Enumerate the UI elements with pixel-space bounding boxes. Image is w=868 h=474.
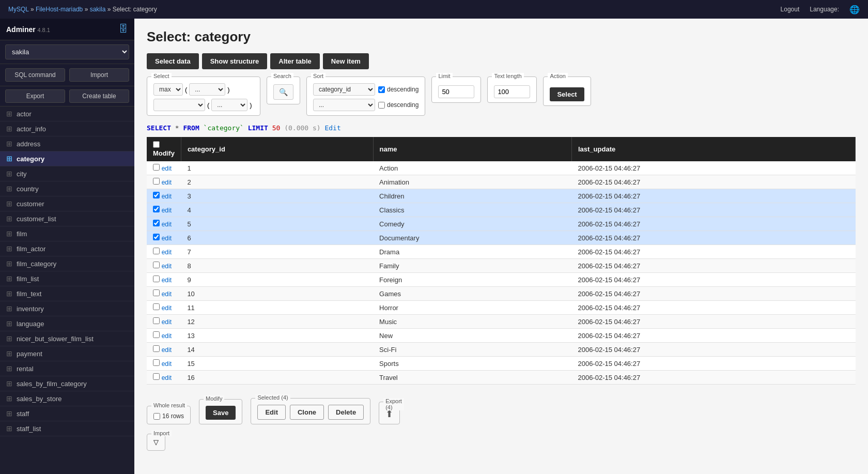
row-checkbox[interactable] — [153, 276, 160, 282]
globe-icon[interactable]: 🌐 — [849, 5, 860, 14]
sidebar-item-staff[interactable]: ⊞ staff — [0, 406, 134, 421]
search-button[interactable]: 🔍 — [273, 84, 293, 100]
sidebar-item-actor_info[interactable]: ⊞ actor_info — [0, 121, 134, 136]
sort-col2-select[interactable]: ... — [313, 99, 375, 111]
row-name-cell: Foreign — [373, 273, 571, 287]
import-section: Import ▽ — [147, 434, 165, 451]
sidebar-item-nicer_but_slower_film_list[interactable]: ⊞ nicer_but_slower_film_list — [0, 331, 134, 346]
breadcrumb-host[interactable]: FileHost-mariadb — [36, 6, 83, 13]
sidebar-item-language[interactable]: ⊞ language — [0, 316, 134, 331]
sidebar-item-category[interactable]: ⊞ category — [0, 151, 134, 166]
select-col2-select[interactable]: ... — [211, 99, 247, 111]
select-data-button[interactable]: Select data — [147, 53, 199, 69]
show-structure-button[interactable]: Show structure — [202, 53, 268, 69]
sidebar-item-payment[interactable]: ⊞ payment — [0, 346, 134, 361]
col-name[interactable]: name — [373, 137, 571, 161]
row-checkbox[interactable] — [153, 345, 160, 352]
edit-selected-button[interactable]: Edit — [257, 405, 286, 420]
edit-link[interactable]: edit — [162, 374, 172, 381]
row-checkbox[interactable] — [153, 359, 160, 366]
sidebar-item-film_category[interactable]: ⊞ film_category — [0, 256, 134, 271]
alter-table-button[interactable]: Alter table — [270, 53, 320, 69]
sidebar-item-inventory[interactable]: ⊞ inventory — [0, 301, 134, 316]
sidebar-item-customer_list[interactable]: ⊞ customer_list — [0, 211, 134, 226]
sidebar-item-city[interactable]: ⊞ city — [0, 166, 134, 181]
sidebar-item-film_list[interactable]: ⊞ film_list — [0, 271, 134, 286]
save-button[interactable]: Save — [206, 406, 236, 420]
sidebar-item-label: language — [17, 320, 44, 328]
action-legend: Action — [548, 73, 568, 79]
sidebar-item-label: actor_info — [17, 125, 46, 133]
text-length-input[interactable]: 100 — [494, 85, 530, 98]
sidebar-item-film_text[interactable]: ⊞ film_text — [0, 286, 134, 301]
clone-button[interactable]: Clone — [290, 405, 324, 420]
sidebar-item-sales_by_store[interactable]: ⊞ sales_by_store — [0, 391, 134, 406]
row-checkbox[interactable] — [153, 206, 160, 212]
sidebar-item-film_actor[interactable]: ⊞ film_actor — [0, 241, 134, 256]
select-col1-select[interactable]: ... — [189, 83, 225, 96]
sidebar-item-sales_by_film_category[interactable]: ⊞ sales_by_film_category — [0, 376, 134, 391]
sql-edit-link[interactable]: Edit — [324, 124, 340, 132]
row-checkbox[interactable] — [153, 164, 160, 171]
edit-link[interactable]: edit — [162, 277, 172, 284]
edit-link[interactable]: edit — [162, 165, 172, 172]
edit-link[interactable]: edit — [162, 346, 172, 354]
col-category-id[interactable]: category_id — [181, 137, 373, 161]
sidebar-item-country[interactable]: ⊞ country — [0, 181, 134, 196]
edit-link[interactable]: edit — [162, 263, 172, 270]
row-checkbox[interactable] — [153, 192, 160, 198]
edit-link[interactable]: edit — [162, 360, 172, 368]
edit-link[interactable]: edit — [162, 193, 172, 200]
descending2-checkbox[interactable] — [378, 102, 385, 109]
row-checkbox[interactable] — [153, 373, 160, 380]
breadcrumb-db[interactable]: sakila — [90, 6, 106, 13]
export-button[interactable]: Export — [5, 89, 65, 103]
database-select[interactable]: sakila — [5, 44, 129, 59]
sidebar-item-rental[interactable]: ⊞ rental — [0, 361, 134, 376]
import-button[interactable]: Import — [69, 68, 129, 82]
edit-link[interactable]: edit — [162, 207, 172, 214]
edit-link[interactable]: edit — [162, 221, 172, 228]
row-checkbox[interactable] — [153, 178, 160, 185]
breadcrumb-mysql[interactable]: MySQL — [8, 6, 29, 13]
sidebar-actions: SQL command Import — [0, 64, 134, 86]
select-all-checkbox[interactable] — [153, 141, 160, 148]
sidebar-item-actor[interactable]: ⊞ actor — [0, 106, 134, 121]
row-checkbox[interactable] — [153, 234, 160, 240]
create-table-button[interactable]: Create table — [69, 89, 129, 103]
limit-input[interactable]: 50 — [438, 85, 474, 98]
select-func2-select[interactable] — [153, 99, 205, 111]
edit-link[interactable]: edit — [162, 318, 172, 326]
select-func-select[interactable]: max — [153, 83, 183, 96]
edit-link[interactable]: edit — [162, 290, 172, 298]
col-last-update[interactable]: last_update — [571, 137, 855, 161]
table-grid-icon: ⊞ — [6, 200, 12, 208]
row-checkbox[interactable] — [153, 317, 160, 324]
sidebar-item-staff_list[interactable]: ⊞ staff_list — [0, 421, 134, 436]
descending1-checkbox[interactable] — [378, 86, 385, 93]
row-modify-cell: edit — [147, 231, 181, 245]
sidebar-item-address[interactable]: ⊞ address — [0, 136, 134, 151]
row-checkbox[interactable] — [153, 262, 160, 268]
row-checkbox[interactable] — [153, 331, 160, 338]
edit-link[interactable]: edit — [162, 179, 172, 186]
import-arrow-icon[interactable]: ▽ — [153, 438, 159, 446]
logout-link[interactable]: Logout — [781, 6, 800, 13]
edit-link[interactable]: edit — [162, 235, 172, 242]
edit-link[interactable]: edit — [162, 332, 172, 340]
whole-result-checkbox[interactable] — [153, 413, 160, 420]
row-checkbox[interactable] — [153, 248, 160, 254]
row-checkbox[interactable] — [153, 289, 160, 296]
edit-link[interactable]: edit — [162, 249, 172, 256]
table-row: edit 4 Classics 2006-02-15 04:46:27 — [147, 203, 856, 217]
edit-link[interactable]: edit — [162, 304, 172, 312]
row-checkbox[interactable] — [153, 303, 160, 310]
select-action-button[interactable]: Select — [550, 87, 584, 101]
row-checkbox[interactable] — [153, 220, 160, 226]
sort-col-select[interactable]: category_id — [313, 83, 375, 96]
new-item-button[interactable]: New item — [323, 53, 369, 69]
sidebar-item-customer[interactable]: ⊞ customer — [0, 196, 134, 211]
sidebar-item-film[interactable]: ⊞ film — [0, 226, 134, 241]
sql-command-button[interactable]: SQL command — [5, 68, 65, 82]
delete-button[interactable]: Delete — [328, 405, 364, 420]
